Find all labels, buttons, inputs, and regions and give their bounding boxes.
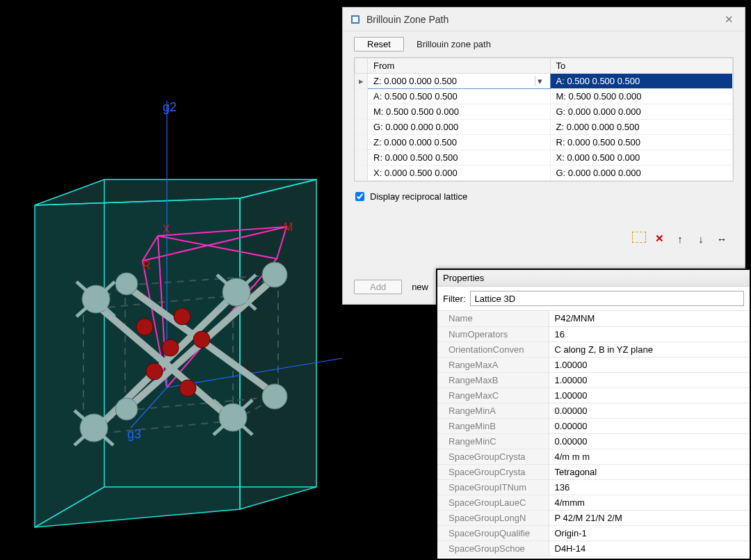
row-indicator (355, 135, 368, 150)
property-name: RangeMinC (437, 433, 549, 449)
svg-point-45 (146, 363, 163, 380)
property-row[interactable]: SpaceGroupCrystaTetragonal (437, 464, 750, 479)
table-row[interactable]: ▸Z: 0.000 0.000 0.500▾A: 0.500 0.500 0.5… (355, 74, 733, 89)
chevron-down-icon[interactable]: ▾ (535, 76, 544, 86)
cell-from[interactable]: G: 0.000 0.000 0.000 (368, 120, 551, 135)
property-row[interactable]: RangeMaxB1.00000 (437, 372, 750, 387)
property-name: SpaceGroupCrysta (437, 464, 549, 479)
cell-from[interactable]: M: 0.500 0.500 0.000 (368, 104, 551, 120)
table-row[interactable]: R: 0.000 0.500 0.500X: 0.000 0.500 0.000 (355, 150, 733, 166)
dialog-titlebar[interactable]: Brillouin Zone Path ✕ (343, 8, 745, 31)
svg-text:M: M (284, 221, 293, 233)
add-button[interactable]: Add (354, 280, 402, 294)
display-reciprocal-lattice-label[interactable]: Display reciprocal lattice (370, 191, 467, 202)
display-reciprocal-lattice-checkbox[interactable] (355, 192, 364, 201)
property-value[interactable]: D4H-14 (549, 541, 750, 556)
expand-icon[interactable]: ↔ (714, 232, 729, 246)
filter-label: Filter: (443, 294, 466, 304)
filter-input[interactable] (470, 291, 745, 306)
table-row[interactable]: G: 0.000 0.000 0.000Z: 0.000 0.000 0.500 (355, 120, 733, 135)
property-row[interactable]: SpaceGroupCrysta4/m m m (437, 449, 750, 464)
property-value[interactable]: 4/mmm (549, 495, 750, 510)
dialog-title: Brillouin Zone Path (366, 8, 449, 31)
svg-text:g3: g3 (127, 427, 141, 441)
property-value[interactable]: 16 (549, 326, 750, 342)
properties-title[interactable]: Properties (437, 270, 750, 287)
property-value[interactable]: 1.00000 (549, 387, 750, 403)
svg-text:g2: g2 (163, 100, 177, 114)
cell-to[interactable]: R: 0.000 0.500 0.500 (550, 135, 733, 150)
property-row[interactable]: RangeMinC0.00000 (437, 433, 750, 449)
property-value[interactable]: Tetragonal (549, 464, 750, 479)
svg-rect-48 (353, 17, 358, 22)
delete-icon[interactable]: ✕ (652, 232, 667, 246)
table-row[interactable]: A: 0.500 0.500 0.500M: 0.500 0.500 0.000 (355, 89, 733, 104)
properties-grid[interactable]: NameP42/MNMNumOperators16OrientationConv… (437, 311, 750, 557)
property-value[interactable]: 4/m m m (549, 449, 750, 464)
property-name: SpaceGroupITNum (437, 479, 549, 495)
property-row[interactable]: SpaceGroupQualifieOrigin-1 (437, 525, 750, 541)
svg-marker-0 (35, 198, 240, 527)
reset-button[interactable]: Reset (354, 37, 404, 51)
property-row[interactable]: OrientationConvenC along Z, B in YZ plan… (437, 342, 750, 357)
cell-to[interactable]: M: 0.500 0.500 0.000 (550, 89, 733, 104)
move-up-icon[interactable]: ↑ (672, 232, 688, 246)
property-row[interactable]: SpaceGroupSchoeD4H-14 (437, 541, 750, 556)
tab-label: Brillouin zone path (417, 39, 491, 49)
cell-from[interactable]: R: 0.000 0.500 0.500 (368, 150, 551, 166)
svg-point-44 (193, 331, 210, 348)
svg-point-24 (115, 398, 138, 420)
property-row[interactable]: RangeMaxA1.00000 (437, 357, 750, 372)
table-row[interactable]: M: 0.500 0.500 0.000G: 0.000 0.000 0.000 (355, 104, 733, 120)
property-name: SpaceGroupQualifie (437, 525, 549, 541)
property-value[interactable]: 136 (549, 479, 750, 495)
property-value[interactable]: 0.00000 (549, 403, 750, 418)
property-row[interactable]: NameP42/MNM (437, 311, 750, 326)
property-name: SpaceGroupLaueC (437, 495, 549, 510)
cell-to[interactable]: X: 0.000 0.500 0.000 (550, 150, 733, 166)
cell-to[interactable]: G: 0.000 0.000 0.000 (550, 166, 733, 181)
property-row[interactable]: SpaceGroupLaueC4/mmm (437, 495, 750, 510)
property-value[interactable]: Origin-1 (549, 525, 750, 541)
property-value[interactable]: 0.00000 (549, 418, 750, 433)
cell-to[interactable]: A: 0.500 0.500 0.500 (550, 74, 733, 89)
property-name: SpaceGroupLongN (437, 510, 549, 525)
property-row[interactable]: NumOperators16 (437, 326, 750, 342)
cell-from[interactable]: Z: 0.000 0.000 0.500▾ (368, 74, 551, 89)
property-row[interactable]: SpaceGroupLongNP 42/M 21/N 2/M (437, 510, 750, 525)
property-row[interactable]: RangeMaxC1.00000 (437, 387, 750, 403)
cell-from[interactable]: Z: 0.000 0.000 0.500 (368, 135, 551, 150)
svg-point-41 (136, 319, 153, 335)
cell-to[interactable]: Z: 0.000 0.000 0.500 (550, 120, 733, 135)
move-down-icon[interactable]: ↓ (693, 232, 709, 246)
property-value[interactable]: 1.00000 (549, 372, 750, 387)
svg-text:R: R (143, 259, 151, 271)
viewport-3d[interactable]: X M A R g2 g1 g3 (0, 0, 348, 560)
table-row[interactable]: X: 0.000 0.500 0.000G: 0.000 0.000 0.000 (355, 166, 733, 181)
property-value[interactable]: P42/MNM (549, 311, 750, 326)
cell-to[interactable]: G: 0.000 0.000 0.000 (550, 104, 733, 120)
svg-point-43 (162, 339, 179, 356)
property-name: SpaceGroupCrysta (437, 449, 549, 464)
row-indicator (355, 166, 368, 181)
close-icon[interactable]: ✕ (720, 8, 738, 31)
cell-from[interactable]: A: 0.500 0.500 0.500 (368, 89, 551, 104)
property-name: RangeMaxB (437, 372, 549, 387)
row-indicator (355, 120, 368, 135)
property-value[interactable]: P 42/M 21/N 2/M (549, 510, 750, 525)
property-value[interactable]: 1.00000 (549, 357, 750, 372)
property-value[interactable]: 0.00000 (549, 433, 750, 449)
table-row[interactable]: Z: 0.000 0.000 0.500R: 0.000 0.500 0.500 (355, 135, 733, 150)
path-table[interactable]: From To ▸Z: 0.000 0.000 0.500▾A: 0.500 0… (354, 57, 734, 182)
property-value[interactable]: C along Z, B in YZ plane (549, 342, 750, 357)
property-row[interactable]: SpaceGroupITNum136 (437, 479, 750, 495)
property-row[interactable]: RangeMinA0.00000 (437, 403, 750, 418)
property-name: OrientationConven (437, 342, 549, 357)
svg-point-23 (115, 273, 138, 295)
col-from: From (368, 58, 551, 74)
property-row[interactable]: RangeMinB0.00000 (437, 418, 750, 433)
col-to: To (550, 58, 733, 74)
cell-from[interactable]: X: 0.000 0.500 0.000 (368, 166, 551, 181)
property-name: RangeMaxA (437, 357, 549, 372)
select-icon[interactable] (632, 232, 646, 243)
